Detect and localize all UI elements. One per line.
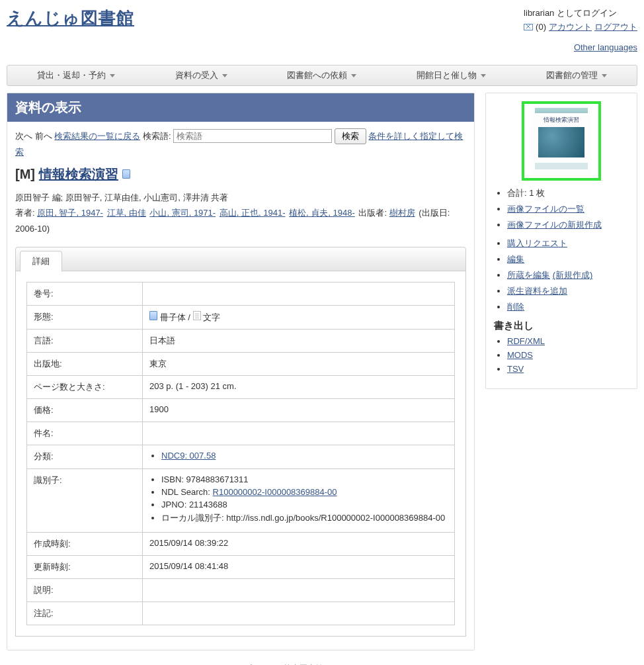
- sidebar-delete-link[interactable]: 削除: [507, 302, 524, 312]
- sidebar-purchase-request-link[interactable]: 購入リクエスト: [507, 238, 567, 248]
- classification-ndc9-link[interactable]: NDC9: 007.58: [161, 451, 216, 461]
- statement-of-responsibility: 原田智子 編; 原田智子, 江草由佳, 小山憲司, 澤井清 共著: [15, 190, 466, 205]
- row-price-label: 価格:: [27, 398, 143, 421]
- search-input[interactable]: [173, 129, 332, 143]
- sidebar-edit-link[interactable]: 編集: [507, 254, 524, 264]
- carrier-type: 冊子体: [160, 312, 186, 322]
- row-subject-label: 件名:: [27, 421, 143, 445]
- publisher-label: 出版者:: [358, 208, 387, 218]
- row-place-value: 東京: [143, 352, 455, 375]
- row-created-value: 2015/09/14 08:39:22: [143, 532, 455, 555]
- row-description-value: [143, 578, 455, 601]
- row-place-label: 出版地:: [27, 352, 143, 375]
- mail-icon[interactable]: [524, 24, 533, 30]
- chevron-down-icon: [481, 74, 486, 77]
- account-link[interactable]: アカウント: [549, 21, 592, 34]
- nav-admin-label: 図書館の管理: [546, 69, 598, 81]
- row-description-label: 説明:: [27, 578, 143, 601]
- tab-strip: 詳細: [15, 247, 466, 271]
- row-identifiers-value: ISBN: 9784883671311 NDL Search: R1000000…: [143, 468, 455, 532]
- nav-requests-label: 図書館への依頼: [287, 69, 347, 81]
- record-title-link[interactable]: 情報検索演習: [39, 165, 118, 183]
- panel-title: 資料の表示: [7, 93, 474, 122]
- row-price-value: 1900: [143, 398, 455, 421]
- search-row: 次へ 前へ 検索結果の一覧に戻る 検索語: 検索 条件を詳しく指定して検索: [15, 128, 466, 159]
- author-link[interactable]: 江草, 由佳: [107, 208, 146, 218]
- pubdate-label: (出版日:: [419, 208, 450, 218]
- author-link[interactable]: 原田, 智子, 1947-: [37, 208, 103, 218]
- sidebar-total: 合計: 1 枚: [507, 187, 629, 199]
- author-link[interactable]: 植松, 貞夫, 1948-: [289, 208, 355, 218]
- sidebar-holdings-edit-link[interactable]: 所蔵を編集: [507, 270, 550, 280]
- chevron-down-icon: [110, 74, 115, 77]
- cover-caption: 情報検索演習: [543, 116, 579, 124]
- row-form-label: 形態:: [27, 305, 143, 329]
- content-type: 文字: [203, 312, 220, 322]
- details-table: 巻号: 形態: 冊子体 / 文字 言語:: [26, 282, 455, 625]
- row-form-value: 冊子体 / 文字: [143, 305, 455, 329]
- record-type-prefix: [M]: [15, 167, 35, 182]
- row-updated-label: 更新時刻:: [27, 555, 143, 578]
- row-volume-label: 巻号:: [27, 282, 143, 305]
- site-title-link[interactable]: えんじゅ図書館: [7, 7, 134, 30]
- sidebar-holdings-new-link[interactable]: (新規作成): [553, 270, 593, 280]
- book-icon: [122, 169, 130, 179]
- search-button[interactable]: 検索: [335, 128, 366, 144]
- form-sep: /: [188, 312, 190, 322]
- identifier-local: ローカル識別子: http://iss.ndl.go.jp/books/R100…: [161, 512, 448, 524]
- sidebar: 情報検索演習 合計: 1 枚 画像ファイルの一覧 画像ファイルの新規作成 購入リ…: [485, 93, 637, 389]
- identifier-jpno: JPNO: 21143688: [161, 500, 448, 510]
- nav-events[interactable]: 開館日と催し物: [417, 69, 486, 81]
- nav-accession[interactable]: 資料の受入: [175, 69, 227, 81]
- tab-panel-detail: 巻号: 形態: 冊子体 / 文字 言語:: [15, 271, 466, 637]
- publisher-link[interactable]: 樹村房: [389, 208, 415, 218]
- main-panel: 資料の表示 次へ 前へ 検索結果の一覧に戻る 検索語: 検索 条件を詳しく指定し…: [7, 93, 475, 650]
- logout-link[interactable]: ログアウト: [594, 21, 637, 34]
- row-identifiers-label: 識別子:: [27, 468, 143, 532]
- row-classification-value: NDC9: 007.58: [143, 445, 455, 468]
- text-icon: [193, 311, 201, 320]
- pubdate-value: 2006-10): [15, 224, 50, 234]
- nav-circulation-label: 貸出・返却・予約: [37, 69, 106, 81]
- authors-label: 著者:: [15, 208, 35, 218]
- main-navbar: 貸出・返却・予約 資料の受入 図書館への依頼 開館日と催し物 図書館の管理: [7, 65, 637, 86]
- user-area: librarian としてログイン (0) アカウント ログアウト Other …: [524, 7, 637, 60]
- export-mods-link[interactable]: MODS: [507, 350, 533, 360]
- author-link[interactable]: 小山, 憲司, 1971-: [149, 208, 216, 218]
- sidebar-image-new-link[interactable]: 画像ファイルの新規作成: [507, 220, 602, 230]
- footer: Next-L Enju Leaf 1.1.0.rc21 + Next-L Enj…: [7, 662, 637, 665]
- cover-image-frame[interactable]: 情報検索演習: [522, 101, 601, 181]
- sidebar-derived-add-link[interactable]: 派生資料を追加: [507, 286, 567, 296]
- row-note-label: 注記:: [27, 601, 143, 625]
- nav-prev: 次へ: [15, 131, 32, 141]
- nav-requests[interactable]: 図書館への依頼: [287, 69, 356, 81]
- export-rdf-link[interactable]: RDF/XML: [507, 336, 545, 346]
- chevron-down-icon: [222, 74, 227, 77]
- row-language-value: 日本語: [143, 329, 455, 352]
- export-tsv-link[interactable]: TSV: [507, 364, 524, 374]
- book-icon: [149, 311, 157, 320]
- other-languages-link[interactable]: Other languages: [574, 42, 637, 52]
- row-classification-label: 分類:: [27, 445, 143, 468]
- chevron-down-icon: [602, 74, 607, 77]
- nav-events-label: 開館日と催し物: [417, 69, 477, 81]
- cover-image: 情報検索演習: [532, 105, 591, 177]
- chevron-down-icon: [351, 74, 356, 77]
- identifier-isbn: ISBN: 9784883671311: [161, 474, 448, 484]
- row-extent-label: ページ数と大きさ:: [27, 375, 143, 398]
- author-link[interactable]: 高山, 正也, 1941-: [220, 208, 286, 218]
- identifier-ndl-link[interactable]: R100000002-I000008369884-00: [213, 487, 337, 497]
- tab-detail[interactable]: 詳細: [20, 251, 62, 272]
- login-status: librarian としてログイン: [524, 7, 637, 21]
- identifier-ndl-label: NDL Search:: [161, 487, 210, 497]
- row-subject-value: [143, 421, 455, 445]
- row-volume-value: [143, 282, 455, 305]
- row-created-label: 作成時刻:: [27, 532, 143, 555]
- nav-next: 前へ: [35, 131, 52, 141]
- row-note-value: [143, 601, 455, 625]
- search-label: 検索語:: [143, 131, 171, 141]
- nav-circulation[interactable]: 貸出・返却・予約: [37, 69, 115, 81]
- sidebar-image-list-link[interactable]: 画像ファイルの一覧: [507, 204, 584, 214]
- nav-admin[interactable]: 図書館の管理: [546, 69, 607, 81]
- back-to-results-link[interactable]: 検索結果の一覧に戻る: [54, 131, 140, 141]
